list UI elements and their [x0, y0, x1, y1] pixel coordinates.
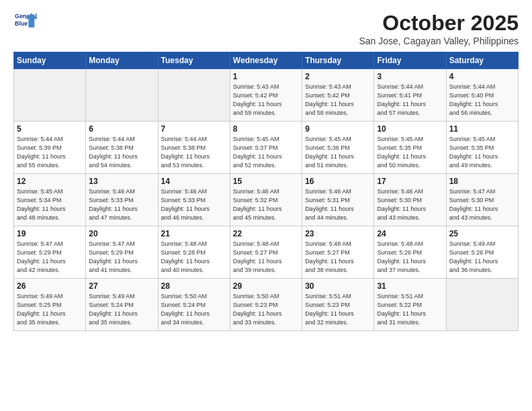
weekday-header-row: SundayMondayTuesdayWednesdayThursdayFrid…: [14, 52, 519, 69]
calendar-cell: 19Sunrise: 5:47 AM Sunset: 5:29 PM Dayli…: [14, 226, 86, 279]
day-info: Sunrise: 5:51 AM Sunset: 5:22 PM Dayligh…: [377, 292, 443, 327]
day-number: 26: [17, 281, 83, 291]
day-info: Sunrise: 5:49 AM Sunset: 5:24 PM Dayligh…: [89, 292, 154, 327]
day-number: 5: [17, 124, 83, 134]
calendar-cell: 30Sunrise: 5:51 AM Sunset: 5:23 PM Dayli…: [302, 279, 374, 331]
day-info: Sunrise: 5:49 AM Sunset: 5:26 PM Dayligh…: [449, 240, 515, 275]
day-info: Sunrise: 5:45 AM Sunset: 5:36 PM Dayligh…: [305, 135, 371, 170]
month-title: October 2025: [359, 11, 519, 36]
day-info: Sunrise: 5:50 AM Sunset: 5:24 PM Dayligh…: [161, 292, 227, 327]
day-number: 6: [89, 124, 154, 134]
day-number: 30: [305, 281, 371, 291]
day-number: 22: [233, 229, 299, 238]
day-number: 21: [161, 229, 227, 238]
calendar-header: SundayMondayTuesdayWednesdayThursdayFrid…: [14, 52, 519, 69]
calendar-table: SundayMondayTuesdayWednesdayThursdayFrid…: [13, 52, 519, 331]
calendar-cell: 29Sunrise: 5:50 AM Sunset: 5:23 PM Dayli…: [230, 279, 302, 331]
calendar-cell: 13Sunrise: 5:46 AM Sunset: 5:33 PM Dayli…: [86, 174, 158, 226]
calendar-cell: [446, 279, 518, 331]
day-info: Sunrise: 5:44 AM Sunset: 5:41 PM Dayligh…: [377, 83, 443, 118]
calendar-cell: 27Sunrise: 5:49 AM Sunset: 5:24 PM Dayli…: [86, 279, 158, 331]
day-number: 8: [233, 124, 299, 134]
day-number: 10: [377, 124, 443, 134]
day-info: Sunrise: 5:43 AM Sunset: 5:42 PM Dayligh…: [305, 83, 371, 118]
calendar-cell: 22Sunrise: 5:48 AM Sunset: 5:27 PM Dayli…: [230, 226, 302, 279]
day-number: 14: [161, 177, 227, 186]
day-info: Sunrise: 5:46 AM Sunset: 5:32 PM Dayligh…: [233, 187, 299, 222]
day-info: Sunrise: 5:44 AM Sunset: 5:39 PM Dayligh…: [17, 135, 83, 170]
calendar-cell: 28Sunrise: 5:50 AM Sunset: 5:24 PM Dayli…: [158, 279, 230, 331]
calendar-cell: 18Sunrise: 5:47 AM Sunset: 5:30 PM Dayli…: [446, 174, 518, 226]
day-info: Sunrise: 5:47 AM Sunset: 5:29 PM Dayligh…: [89, 240, 154, 275]
day-number: 17: [377, 177, 443, 186]
day-info: Sunrise: 5:45 AM Sunset: 5:35 PM Dayligh…: [377, 135, 443, 170]
day-info: Sunrise: 5:48 AM Sunset: 5:27 PM Dayligh…: [305, 240, 371, 275]
svg-text:Blue: Blue: [15, 20, 28, 27]
day-info: Sunrise: 5:44 AM Sunset: 5:38 PM Dayligh…: [161, 135, 227, 170]
calendar-cell: 21Sunrise: 5:48 AM Sunset: 5:28 PM Dayli…: [158, 226, 230, 279]
day-info: Sunrise: 5:46 AM Sunset: 5:33 PM Dayligh…: [89, 187, 154, 222]
title-area: October 2025 San Jose, Cagayan Valley, P…: [359, 11, 519, 46]
day-info: Sunrise: 5:51 AM Sunset: 5:23 PM Dayligh…: [305, 292, 371, 327]
calendar-week-3: 19Sunrise: 5:47 AM Sunset: 5:29 PM Dayli…: [14, 226, 519, 279]
calendar-cell: 17Sunrise: 5:46 AM Sunset: 5:30 PM Dayli…: [374, 174, 446, 226]
calendar-cell: 25Sunrise: 5:49 AM Sunset: 5:26 PM Dayli…: [446, 226, 518, 279]
calendar-cell: 26Sunrise: 5:49 AM Sunset: 5:25 PM Dayli…: [14, 279, 86, 331]
day-number: 12: [17, 177, 83, 186]
day-number: 29: [233, 281, 299, 291]
day-number: 9: [305, 124, 371, 134]
calendar-cell: 7Sunrise: 5:44 AM Sunset: 5:38 PM Daylig…: [158, 122, 230, 174]
calendar-cell: 24Sunrise: 5:48 AM Sunset: 5:26 PM Dayli…: [374, 226, 446, 279]
location-subtitle: San Jose, Cagayan Valley, Philippines: [359, 36, 519, 46]
calendar-cell: 6Sunrise: 5:44 AM Sunset: 5:38 PM Daylig…: [86, 122, 158, 174]
day-number: 13: [89, 177, 154, 186]
calendar-body: 1Sunrise: 5:43 AM Sunset: 5:42 PM Daylig…: [14, 69, 519, 331]
calendar-cell: 10Sunrise: 5:45 AM Sunset: 5:35 PM Dayli…: [374, 122, 446, 174]
weekday-header-thursday: Thursday: [302, 52, 374, 69]
calendar-week-2: 12Sunrise: 5:45 AM Sunset: 5:34 PM Dayli…: [14, 174, 519, 226]
day-number: 31: [377, 281, 443, 291]
day-number: 2: [305, 72, 371, 81]
weekday-header-saturday: Saturday: [446, 52, 518, 69]
day-number: 24: [377, 229, 443, 238]
calendar-cell: 16Sunrise: 5:46 AM Sunset: 5:31 PM Dayli…: [302, 174, 374, 226]
calendar-cell: 12Sunrise: 5:45 AM Sunset: 5:34 PM Dayli…: [14, 174, 86, 226]
calendar-cell: 31Sunrise: 5:51 AM Sunset: 5:22 PM Dayli…: [374, 279, 446, 331]
day-info: Sunrise: 5:45 AM Sunset: 5:35 PM Dayligh…: [449, 135, 515, 170]
page-container: General Blue October 2025 San Jose, Caga…: [0, 0, 532, 338]
day-number: 11: [449, 124, 515, 134]
day-number: 16: [305, 177, 371, 186]
day-info: Sunrise: 5:44 AM Sunset: 5:40 PM Dayligh…: [449, 83, 515, 118]
weekday-header-sunday: Sunday: [14, 52, 86, 69]
day-number: 4: [449, 72, 515, 81]
calendar-cell: [14, 69, 86, 122]
day-number: 15: [233, 177, 299, 186]
calendar-cell: 8Sunrise: 5:45 AM Sunset: 5:37 PM Daylig…: [230, 122, 302, 174]
day-info: Sunrise: 5:45 AM Sunset: 5:37 PM Dayligh…: [233, 135, 299, 170]
logo: General Blue: [13, 11, 38, 31]
calendar-week-0: 1Sunrise: 5:43 AM Sunset: 5:42 PM Daylig…: [14, 69, 519, 122]
day-info: Sunrise: 5:48 AM Sunset: 5:28 PM Dayligh…: [161, 240, 227, 275]
day-number: 1: [233, 72, 299, 81]
day-number: 3: [377, 72, 443, 81]
calendar-cell: 14Sunrise: 5:46 AM Sunset: 5:33 PM Dayli…: [158, 174, 230, 226]
day-info: Sunrise: 5:45 AM Sunset: 5:34 PM Dayligh…: [17, 187, 83, 222]
day-number: 25: [449, 229, 515, 238]
calendar-cell: 2Sunrise: 5:43 AM Sunset: 5:42 PM Daylig…: [302, 69, 374, 122]
day-info: Sunrise: 5:47 AM Sunset: 5:29 PM Dayligh…: [17, 240, 83, 275]
calendar-cell: 4Sunrise: 5:44 AM Sunset: 5:40 PM Daylig…: [446, 69, 518, 122]
day-info: Sunrise: 5:46 AM Sunset: 5:30 PM Dayligh…: [377, 187, 443, 222]
day-number: 19: [17, 229, 83, 238]
weekday-header-wednesday: Wednesday: [230, 52, 302, 69]
day-info: Sunrise: 5:46 AM Sunset: 5:33 PM Dayligh…: [161, 187, 227, 222]
day-info: Sunrise: 5:43 AM Sunset: 5:42 PM Dayligh…: [233, 83, 299, 118]
calendar-cell: 3Sunrise: 5:44 AM Sunset: 5:41 PM Daylig…: [374, 69, 446, 122]
day-info: Sunrise: 5:49 AM Sunset: 5:25 PM Dayligh…: [17, 292, 83, 327]
weekday-header-monday: Monday: [86, 52, 158, 69]
calendar-cell: 20Sunrise: 5:47 AM Sunset: 5:29 PM Dayli…: [86, 226, 158, 279]
calendar-cell: 15Sunrise: 5:46 AM Sunset: 5:32 PM Dayli…: [230, 174, 302, 226]
header: General Blue October 2025 San Jose, Caga…: [13, 11, 519, 46]
day-number: 23: [305, 229, 371, 238]
calendar-cell: [158, 69, 230, 122]
calendar-cell: 9Sunrise: 5:45 AM Sunset: 5:36 PM Daylig…: [302, 122, 374, 174]
